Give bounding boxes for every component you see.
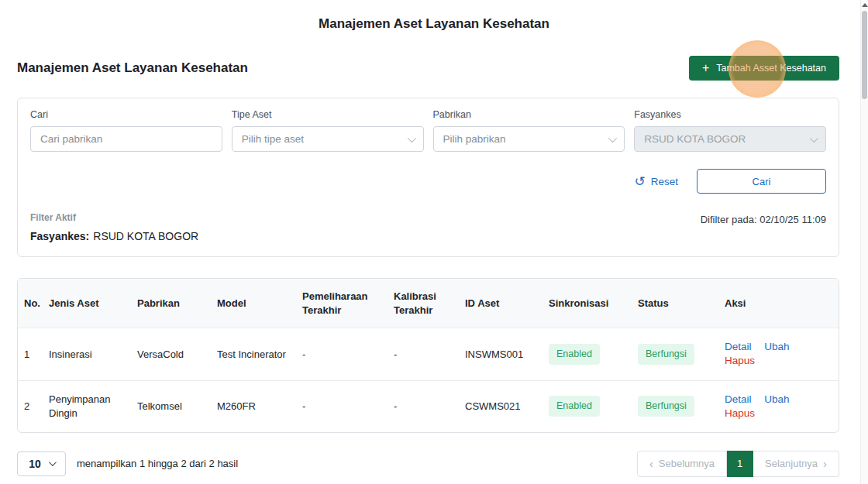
reset-button[interactable]: ↺ Reset — [634, 175, 678, 188]
scrollbar-up-arrow-icon[interactable] — [862, 3, 868, 7]
edit-link[interactable]: Ubah — [764, 393, 789, 405]
active-filter-block: Filter Aktif Fasyankes:RSUD KOTA BOGOR — [30, 212, 198, 242]
asset-table: No. Jenis Aset Pabrikan Model Pemelihara… — [18, 279, 839, 432]
reset-icon: ↺ — [634, 175, 645, 188]
page-size-value: 10 — [29, 458, 41, 470]
detail-link[interactable]: Detail — [725, 393, 752, 405]
scrollbar-thumb[interactable] — [862, 11, 867, 99]
page-size-select[interactable]: 10 — [17, 451, 66, 476]
cell-no: 2 — [18, 380, 43, 432]
table-row: 2 Penyimpanan Dingin Telkomsel M260FR - … — [18, 380, 839, 432]
cell-pabrikan: VersaCold — [131, 328, 211, 380]
asset-table-card: No. Jenis Aset Pabrikan Model Pemelihara… — [17, 278, 839, 433]
filter-field-tipe-aset: Tipe Aset Pilih tipe aset — [232, 109, 424, 152]
col-header-no: No. — [18, 279, 43, 328]
active-filter-key: Fasyankes: — [30, 230, 89, 242]
active-filter-value: RSUD KOTA BOGOR — [93, 230, 198, 242]
search-button[interactable]: Cari — [697, 169, 826, 194]
tipe-aset-select-value: Pilih tipe aset — [242, 133, 304, 145]
col-header-model: Model — [211, 279, 296, 328]
cell-id-aset: CSWMS021 — [459, 380, 542, 432]
cell-id-aset: INSWMS001 — [459, 328, 542, 380]
add-button-wrap: + Tambah Asset Kesehatan — [689, 56, 839, 81]
cell-model: M260FR — [211, 380, 296, 432]
detail-link[interactable]: Detail — [725, 341, 752, 352]
status-badge: Berfungsi — [638, 344, 694, 365]
cell-kalibrasi: - — [388, 328, 459, 380]
delete-link[interactable]: Hapus — [725, 355, 755, 366]
filtered-at-timestamp: Difilter pada: 02/10/25 11:09 — [701, 212, 826, 242]
cell-jenis-aset: Insinerasi — [43, 328, 131, 380]
col-header-id-aset: ID Aset — [459, 279, 542, 328]
col-header-kalibrasi: Kalibrasi Terakhir — [388, 279, 459, 328]
col-header-jenis-aset: Jenis Aset — [43, 279, 131, 328]
page-number-button[interactable]: 1 — [727, 451, 753, 477]
section-title: Manajemen Aset Layanan Kesehatan — [17, 60, 248, 76]
col-header-status: Status — [632, 279, 718, 328]
chevron-down-icon — [608, 133, 617, 142]
chevron-down-icon — [810, 133, 818, 142]
col-header-pemeliharaan: Pemeliharaan Terakhir — [296, 279, 388, 328]
chevron-left-icon: ‹ — [649, 458, 653, 469]
table-header-row: No. Jenis Aset Pabrikan Model Pemelihara… — [18, 279, 839, 328]
cell-jenis-aset: Penyimpanan Dingin — [43, 380, 131, 432]
prev-page-label: Sebelumnya — [659, 458, 715, 469]
filter-field-cari: Cari — [30, 109, 222, 152]
filter-footer: Filter Aktif Fasyankes:RSUD KOTA BOGOR D… — [30, 212, 826, 242]
table-row: 1 Insinerasi VersaCold Test Incinerator … — [18, 328, 839, 380]
result-summary: menampilkan 1 hingga 2 dari 2 hasil — [77, 458, 238, 469]
chevron-right-icon: › — [823, 458, 827, 469]
cell-aksi: Detail Ubah Hapus — [718, 328, 839, 380]
cell-pabrikan: Telkomsel — [131, 380, 211, 432]
prev-page-button[interactable]: ‹ Sebelumnya — [637, 451, 727, 477]
delete-link[interactable]: Hapus — [725, 407, 755, 419]
sync-status-badge: Enabled — [549, 344, 600, 365]
active-filter-label: Filter Aktif — [30, 212, 198, 223]
col-header-aksi: Aksi — [718, 279, 839, 328]
add-asset-button-label: Tambah Asset Kesehatan — [716, 63, 826, 74]
cell-no: 1 — [18, 328, 43, 380]
plus-icon: + — [702, 62, 709, 74]
pabrikan-select-value: Pilih pabrikan — [443, 133, 506, 145]
search-manufacturer-input[interactable] — [30, 126, 222, 152]
status-badge: Berfungsi — [638, 396, 694, 417]
reset-button-label: Reset — [651, 176, 678, 187]
pabrikan-select[interactable]: Pilih pabrikan — [433, 126, 625, 152]
tipe-aset-label: Tipe Aset — [232, 109, 424, 120]
filter-field-pabrikan: Pabrikan Pilih pabrikan — [433, 109, 625, 152]
cell-pemeliharaan: - — [296, 380, 388, 432]
cell-aksi: Detail Ubah Hapus — [718, 380, 839, 432]
main-content: Manajemen Aset Layanan Kesehatan + Tamba… — [17, 56, 839, 477]
tipe-aset-select[interactable]: Pilih tipe aset — [232, 126, 424, 152]
filter-actions: ↺ Reset Cari — [30, 169, 826, 194]
edit-link[interactable]: Ubah — [764, 341, 789, 352]
cell-model: Test Incinerator — [211, 328, 296, 380]
add-asset-button[interactable]: + Tambah Asset Kesehatan — [689, 56, 839, 81]
next-page-button[interactable]: Selanjutnya › — [753, 451, 839, 477]
vertical-scrollbar[interactable] — [860, 0, 868, 484]
active-filter-line: Fasyankes:RSUD KOTA BOGOR — [30, 230, 198, 242]
cell-kalibrasi: - — [388, 380, 459, 432]
filter-grid: Cari Tipe Aset Pilih tipe aset Pabrikan … — [30, 109, 826, 152]
pabrikan-label: Pabrikan — [433, 109, 625, 120]
chevron-down-icon — [407, 133, 415, 142]
fasyankes-select-value: RSUD KOTA BOGOR — [644, 133, 746, 145]
cell-pemeliharaan: - — [296, 328, 388, 380]
col-header-sinkronisasi: Sinkronisasi — [542, 279, 632, 328]
bottom-bar: 10 menampilkan 1 hingga 2 dari 2 hasil ‹… — [17, 451, 839, 477]
col-header-pabrikan: Pabrikan — [131, 279, 211, 328]
page-title: Manajemen Aset Layanan Kesehatan — [0, 0, 868, 32]
next-page-label: Selanjutnya — [765, 458, 818, 469]
section-header: Manajemen Aset Layanan Kesehatan + Tamba… — [17, 56, 839, 81]
sync-status-badge: Enabled — [549, 396, 600, 417]
pagination: ‹ Sebelumnya 1 Selanjutnya › — [637, 451, 839, 477]
cari-label: Cari — [30, 109, 222, 120]
filter-field-fasyankes: Fasyankes RSUD KOTA BOGOR — [634, 109, 826, 152]
filter-card: Cari Tipe Aset Pilih tipe aset Pabrikan … — [17, 98, 839, 257]
fasyankes-select: RSUD KOTA BOGOR — [634, 126, 826, 152]
fasyankes-label: Fasyankes — [634, 109, 826, 120]
chevron-down-icon — [49, 459, 57, 467]
